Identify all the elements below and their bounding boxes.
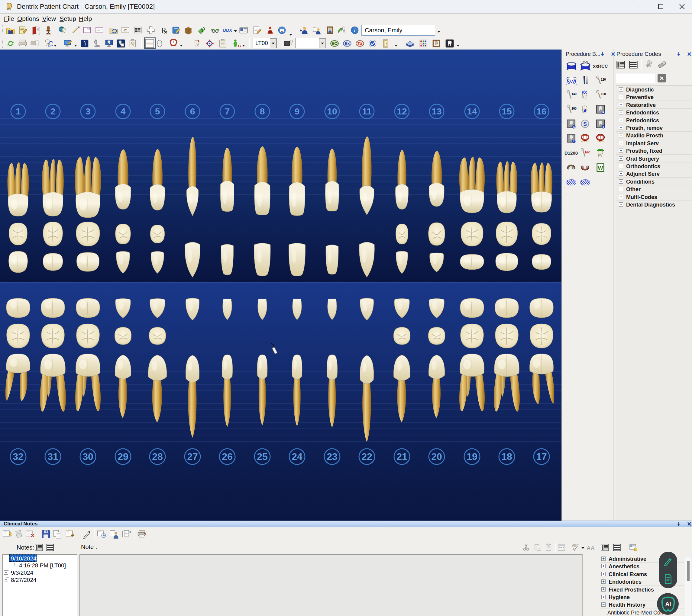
svg-text:7: 7 <box>225 106 230 116</box>
svg-text:2: 2 <box>573 140 574 143</box>
svg-text:DDX: DDX <box>223 28 232 32</box>
svg-text:A: A <box>590 545 595 551</box>
svg-text:12: 12 <box>397 106 407 116</box>
svg-text:140: 140 <box>571 92 576 96</box>
svg-text:8: 8 <box>260 106 265 116</box>
svg-text:18: 18 <box>501 451 512 462</box>
svg-text:CHILD: CHILD <box>597 140 604 143</box>
svg-text:15: 15 <box>502 106 511 116</box>
svg-text:24: 24 <box>292 451 302 462</box>
svg-text:32: 32 <box>13 451 24 462</box>
svg-text:4: 4 <box>602 125 604 128</box>
svg-text:11: 11 <box>362 106 372 116</box>
svg-text:W: W <box>598 165 603 171</box>
svg-text:29: 29 <box>118 451 128 462</box>
svg-text:25: 25 <box>257 451 268 462</box>
svg-text:23: 23 <box>327 451 338 462</box>
svg-text:Ex: Ex <box>345 41 350 46</box>
svg-text:31: 31 <box>47 451 58 462</box>
svg-text:13: 13 <box>432 106 441 116</box>
svg-text:30: 30 <box>83 451 93 462</box>
svg-text:2: 2 <box>50 106 56 116</box>
svg-text:R: R <box>161 26 167 35</box>
svg-text:150: 150 <box>601 92 606 96</box>
svg-text:X: X <box>573 125 575 128</box>
svg-text:Tx: Tx <box>237 44 241 48</box>
svg-text:120: 120 <box>601 78 606 81</box>
svg-text:ADULT: ADULT <box>581 140 589 143</box>
svg-text:5: 5 <box>155 106 160 116</box>
svg-text:A: A <box>587 545 590 550</box>
svg-text:14: 14 <box>467 106 477 116</box>
svg-text:28: 28 <box>152 451 163 462</box>
svg-text:P: P <box>602 111 604 114</box>
svg-text:$: $ <box>201 28 203 32</box>
svg-text:6: 6 <box>190 106 195 116</box>
svg-text:160: 160 <box>571 107 576 110</box>
svg-text:MOD: MOD <box>583 61 588 63</box>
svg-text:9: 9 <box>295 106 300 116</box>
svg-text:17: 17 <box>536 451 547 462</box>
svg-text:4: 4 <box>121 106 126 116</box>
svg-text:21: 21 <box>396 451 407 462</box>
svg-text:EO: EO <box>332 41 338 46</box>
svg-text:22: 22 <box>361 451 372 462</box>
svg-text:3: 3 <box>129 530 130 534</box>
svg-text:20: 20 <box>431 451 442 462</box>
svg-text:26: 26 <box>222 451 233 462</box>
svg-text:ER: ER <box>585 150 590 154</box>
svg-text:S: S <box>583 121 587 127</box>
svg-text:ABC: ABC <box>572 544 579 547</box>
svg-text:19: 19 <box>466 451 478 462</box>
svg-text:10: 10 <box>327 106 337 116</box>
svg-text:AI: AI <box>665 600 671 607</box>
svg-text:27: 27 <box>187 451 198 462</box>
svg-text:Tx: Tx <box>357 41 362 46</box>
svg-text:@: @ <box>123 28 127 32</box>
svg-text:3: 3 <box>85 106 91 116</box>
svg-text:16: 16 <box>537 106 546 116</box>
svg-text:1: 1 <box>16 106 21 116</box>
svg-text:i: i <box>354 27 356 33</box>
